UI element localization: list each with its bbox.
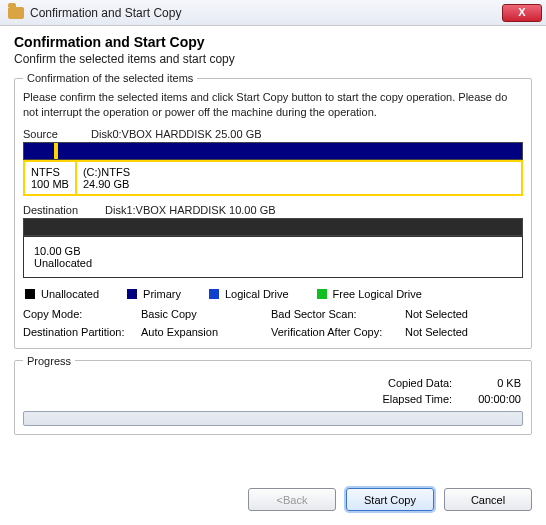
source-disk: Disk0:VBOX HARDDISK 25.00 GB xyxy=(91,128,262,140)
legend-primary: Primary xyxy=(127,288,181,300)
dest-partition-value: Auto Expansion xyxy=(141,326,271,338)
confirmation-groupbox: Confirmation of the selected items Pleas… xyxy=(14,72,532,349)
window-title: Confirmation and Start Copy xyxy=(30,6,502,20)
instruction-text: Please confirm the selected items and cl… xyxy=(23,90,523,120)
titlebar: Confirmation and Start Copy X xyxy=(0,0,546,26)
destination-disk: Disk1:VBOX HARDDISK 10.00 GB xyxy=(105,204,276,216)
source-header: Source Disk0:VBOX HARDDISK 25.00 GB xyxy=(23,128,523,140)
elapsed-time-label: Elapsed Time: xyxy=(382,393,452,405)
button-row: <Back Start Copy Cancel xyxy=(14,478,532,515)
progress-bar xyxy=(23,411,523,426)
partition-size: 24.90 GB xyxy=(83,178,515,190)
source-partition-1: (C:)NTFS 24.90 GB xyxy=(77,162,521,194)
progress-stats: Copied Data: 0 KB Elapsed Time: 00:00:00 xyxy=(25,377,521,405)
copy-mode-value: Basic Copy xyxy=(141,308,271,320)
swatch-green xyxy=(317,289,327,299)
app-icon xyxy=(8,7,24,19)
destination-partition: 10.00 GB Unallocated xyxy=(23,236,523,278)
partition-fs: NTFS xyxy=(31,166,69,178)
copied-data-label: Copied Data: xyxy=(382,377,452,389)
copied-data-value: 0 KB xyxy=(478,377,521,389)
swatch-navy xyxy=(127,289,137,299)
legend-unallocated: Unallocated xyxy=(25,288,99,300)
destination-header: Destination Disk1:VBOX HARDDISK 10.00 GB xyxy=(23,204,523,216)
source-disk-bar xyxy=(23,142,523,160)
destination-size: 10.00 GB xyxy=(34,245,512,257)
swatch-blue xyxy=(209,289,219,299)
dialog-content: Confirmation and Start Copy Confirm the … xyxy=(0,26,546,525)
legend-free-logical: Free Logical Drive xyxy=(317,288,422,300)
elapsed-time-value: 00:00:00 xyxy=(478,393,521,405)
partition-legend: Unallocated Primary Logical Drive Free L… xyxy=(25,288,521,300)
verification-label: Verification After Copy: xyxy=(271,326,405,338)
destination-disk-bar xyxy=(23,218,523,236)
confirmation-legend: Confirmation of the selected items xyxy=(23,72,197,84)
start-copy-button[interactable]: Start Copy xyxy=(346,488,434,511)
cancel-button[interactable]: Cancel xyxy=(444,488,532,511)
destination-state: Unallocated xyxy=(34,257,512,269)
source-partitions: NTFS 100 MB (C:)NTFS 24.90 GB xyxy=(23,160,523,196)
swatch-black xyxy=(25,289,35,299)
page-subtitle: Confirm the selected items and start cop… xyxy=(14,52,532,66)
source-label: Source xyxy=(23,128,79,140)
partition-fs: (C:)NTFS xyxy=(83,166,515,178)
verification-value: Not Selected xyxy=(405,326,523,338)
back-button: <Back xyxy=(248,488,336,511)
settings-grid: Copy Mode: Basic Copy Bad Sector Scan: N… xyxy=(23,308,523,338)
bad-sector-value: Not Selected xyxy=(405,308,523,320)
copy-mode-label: Copy Mode: xyxy=(23,308,141,320)
destination-label: Destination xyxy=(23,204,93,216)
progress-legend: Progress xyxy=(23,355,75,367)
close-button[interactable]: X xyxy=(502,4,542,22)
page-title: Confirmation and Start Copy xyxy=(14,34,532,50)
partition-size: 100 MB xyxy=(31,178,69,190)
bad-sector-label: Bad Sector Scan: xyxy=(271,308,405,320)
legend-logical: Logical Drive xyxy=(209,288,289,300)
source-partition-0: NTFS 100 MB xyxy=(25,162,77,194)
progress-groupbox: Progress Copied Data: 0 KB Elapsed Time:… xyxy=(14,355,532,435)
dest-partition-label: Destination Partition: xyxy=(23,326,141,338)
